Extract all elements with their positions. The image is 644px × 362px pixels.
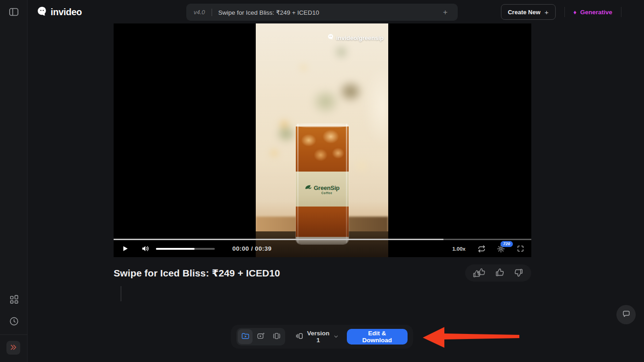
cup-sleeve: GreenSip Coffee	[296, 172, 349, 207]
glass-lower-liquid	[296, 207, 349, 237]
video-sparkle-icon	[257, 332, 265, 342]
invideo-ghost-icon	[37, 6, 47, 18]
version-tag: v4.0	[194, 9, 205, 16]
chevron-down-icon	[334, 333, 339, 340]
iced-coffee-glass: GreenSip Coffee	[296, 124, 349, 244]
invideo-ghost-icon	[328, 34, 334, 42]
version-selector-label: Version 1	[306, 330, 330, 344]
aspect-ratio-button[interactable]	[269, 329, 284, 344]
glass-highlight	[346, 124, 347, 244]
footer-toolbar: Version 1 Edit & Download	[231, 325, 413, 349]
brand-subtitle: Coffee	[322, 191, 333, 195]
media-folder-icon	[241, 332, 250, 342]
thumbs-up-button[interactable]	[494, 268, 505, 279]
thumbs-down-button[interactable]	[513, 268, 524, 279]
playback-rate-button[interactable]: 1.00x	[449, 246, 468, 252]
sidebar-item-apps[interactable]	[7, 293, 20, 306]
portrait-frame-icon	[272, 332, 281, 342]
invideo-logo: invideo	[37, 6, 82, 18]
thumbs-down-icon	[514, 268, 523, 279]
versions-icon	[295, 332, 303, 341]
sidebar-divider	[0, 334, 28, 335]
chat-help-button[interactable]	[616, 305, 636, 324]
create-new-label: Create New	[508, 9, 540, 16]
glass-ice-section	[296, 126, 349, 172]
text-caret	[121, 286, 121, 301]
version-selector[interactable]: Version 1	[293, 329, 341, 344]
topbar-divider	[621, 7, 621, 17]
time-display: 00:00 / 00:39	[232, 245, 272, 252]
volume-slider[interactable]	[156, 248, 215, 250]
sidebar-toggle-button[interactable]	[7, 6, 20, 19]
greensip-leaf-icon	[305, 184, 312, 192]
sidebar-expand-button[interactable]	[6, 341, 20, 355]
panel-toggle-icon	[8, 6, 19, 19]
volume-fill	[156, 248, 195, 250]
thumbs-up-icon	[495, 268, 505, 279]
glass-rim	[296, 124, 349, 127]
play-button[interactable]	[119, 243, 131, 255]
logo-wordmark: invideo	[51, 7, 82, 17]
generative-menu-item[interactable]: ♦ Generative	[574, 9, 612, 16]
sidebar	[0, 0, 28, 362]
volume-button[interactable]	[139, 243, 151, 255]
quality-settings-button[interactable]: 720	[495, 243, 507, 255]
chat-bubble-icon	[622, 310, 631, 320]
media-library-button[interactable]	[238, 329, 253, 344]
watermark-text: invideo/greensip	[336, 34, 384, 41]
brand-name: GreenSip	[314, 184, 339, 191]
generate-media-button[interactable]	[253, 329, 268, 344]
app-window: invideo v4.0 Swipe for Iced Bliss: ₹249 …	[0, 0, 644, 362]
feedback-pill	[465, 264, 531, 282]
sidebar-item-history[interactable]	[7, 316, 20, 328]
player-controls: 00:00 / 00:39 1.00x 720	[114, 240, 531, 257]
page-title: Swipe for Iced Bliss: ₹249 + ICED10	[114, 268, 280, 279]
topbar: invideo v4.0 Swipe for Iced Bliss: ₹249 …	[28, 0, 644, 24]
quality-badge: 720	[500, 241, 513, 247]
create-new-button[interactable]: Create New +	[501, 4, 556, 20]
red-arrow-annotation	[421, 326, 521, 349]
clock-icon	[9, 316, 19, 328]
loop-button[interactable]	[476, 243, 487, 254]
apps-grid-icon	[9, 294, 19, 306]
plus-icon: +	[545, 8, 549, 16]
generative-label: Generative	[580, 9, 612, 16]
edit-download-button[interactable]: Edit & Download	[347, 329, 408, 345]
video-player: GreenSip Coffee invideo/greensip	[114, 23, 531, 257]
glass-highlight	[297, 124, 299, 244]
video-frame: GreenSip Coffee invideo/greensip	[256, 23, 388, 257]
project-title-text: Swipe for Iced Bliss: ₹249 + ICED10	[218, 9, 319, 16]
diamond-icon: ♦	[574, 9, 577, 15]
pill-divider	[212, 9, 212, 16]
watermark: invideo/greensip	[328, 34, 384, 42]
double-chevron-right-icon	[10, 344, 17, 352]
video-title-row: Swipe for Iced Bliss: ₹249 + ICED10	[114, 264, 531, 282]
media-tool-group	[236, 328, 285, 345]
topbar-divider	[564, 7, 565, 17]
super-like-button[interactable]	[472, 268, 486, 279]
project-title-pill[interactable]: v4.0 Swipe for Iced Bliss: ₹249 + ICED10…	[186, 4, 458, 21]
topbar-right: Create New + ♦ Generative	[501, 0, 644, 24]
fullscreen-button[interactable]	[515, 243, 526, 254]
new-tab-plus-button[interactable]: +	[440, 8, 450, 17]
